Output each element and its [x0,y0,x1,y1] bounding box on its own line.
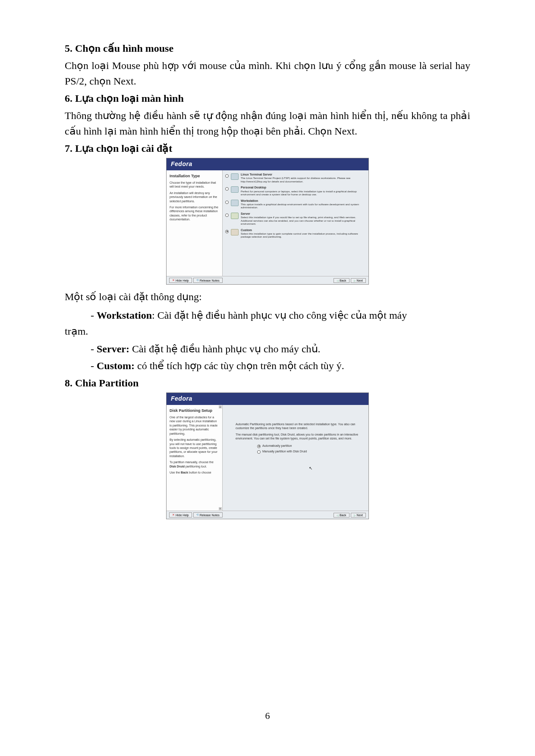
option-personal-desktop[interactable]: Personal DesktopPerfect for personal com… [225,186,365,196]
installer-main-panel: Automatic Partitioning sets partitions b… [223,405,368,511]
cursor-icon: ↖ [309,465,312,471]
page-number: 6 [0,710,535,721]
bullet-server: - Server: Cài đặt hệ điều hành phục vụ c… [91,341,470,357]
help-title: Disk Partitioning Setup [170,408,219,413]
hide-help-button[interactable]: ✕Hide Help [169,512,192,518]
para-7-after: Một số loại cài đặt thông dụng: [65,289,470,304]
desktop-icon [231,186,239,193]
terminal-icon [231,173,239,180]
option-title: Workstation [241,199,365,203]
help-p3: For more information concerning the diff… [170,205,219,222]
release-notes-button[interactable]: ⟲Release Notes [193,278,223,283]
disk-p1: Automatic Partitioning sets partitions b… [236,422,360,430]
option-title: Custom [241,229,365,232]
radio-icon[interactable] [225,174,229,178]
installer-options-panel: Linux Terminal ServerThe Linux Terminal … [223,170,368,276]
option-server[interactable]: ServerSelect this installation type if y… [225,212,365,226]
option-desc: Select this installation type to gain co… [241,232,358,238]
installer-help-panel: ▴ Disk Partitioning Setup One of the lar… [167,405,223,511]
workstation-icon [231,200,239,206]
fedora-brand: Fedora [167,158,368,170]
heading-6: 6. Lựa chọn loại màn hình [65,92,470,104]
option-title: Linux Terminal Server [241,173,365,176]
help-p4: Use the Back button to choose [170,471,219,474]
help-p1: Choose the type of installation that wil… [170,181,219,189]
radio-auto-partition[interactable]: Automatically partition [257,443,360,448]
installer-footer: ✕Hide Help ⟲Release Notes ◁Back ▷Next [167,276,368,284]
radio-label: Automatically partition [262,444,292,448]
help-p2: By selecting automatic partitioning, you… [170,438,219,458]
radio-icon[interactable] [257,445,261,448]
fedora-brand: Fedora [167,393,368,405]
radio-manual-partition[interactable]: Manually partition with Disk Druid [257,449,360,454]
para-6: Thông thường hệ điều hành sẽ tự động nhậ… [65,108,470,139]
help-title: Installation Type [170,174,219,179]
scroll-up-icon[interactable]: ▴ [219,405,222,408]
bullet-workstation: - Workstation: Cài đặt hệ điều hành phục… [91,307,470,323]
heading-7: 7. Lựa chọn loại cài đặt [65,142,470,154]
para-5: Chọn loại Mouse phù hợp với mouse của mì… [65,58,470,89]
radio-icon[interactable] [225,230,229,233]
disk-p2: The manual disk partitioning tool, Disk … [236,433,360,440]
option-desc: Perfect for personal computers or laptop… [241,190,357,196]
option-custom[interactable]: CustomSelect this installation type to g… [225,229,365,238]
installer-help-panel: Installation Type Choose the type of ins… [167,170,223,276]
heading-8: 8. Chia Partition [65,377,470,389]
option-workstation[interactable]: WorkstationThis option installs a graphi… [225,199,365,209]
help-p1: One of the largest obstacles for a new u… [170,415,219,436]
radio-icon[interactable] [225,187,229,191]
option-title: Server [241,212,365,216]
custom-icon [231,229,239,235]
installer-screenshot-disk-partitioning: Fedora ▴ Disk Partitioning Setup One of … [166,392,369,519]
heading-5: 5. Chọn cấu hình mouse [65,42,470,54]
option-title: Personal Desktop [241,186,365,189]
release-notes-button[interactable]: ⟲Release Notes [193,512,223,518]
back-button[interactable]: ◁Back [334,513,349,518]
next-button[interactable]: ▷Next [351,278,366,283]
help-p3: To partition manually, choose the Disk D… [170,460,219,468]
scroll-down-icon[interactable]: ▾ [219,507,222,510]
back-button[interactable]: ◁Back [334,278,349,283]
option-linux-terminal-server[interactable]: Linux Terminal ServerThe Linux Terminal … [225,173,365,183]
bullet-workstation-tail: trạm. [65,323,470,339]
installer-screenshot-installation-type: Fedora Installation Type Choose the type… [166,158,369,285]
bullet-custom: - Custom: có thể tích hợp các tùy chọn t… [91,358,470,374]
option-desc: Select this installation type if you wou… [241,216,356,225]
option-desc: This option installs a graphical desktop… [241,203,359,209]
radio-icon[interactable] [225,201,229,204]
radio-label: Manually partition with Disk Druid [262,449,307,453]
radio-icon[interactable] [225,213,229,217]
hide-help-button[interactable]: ✕Hide Help [169,278,192,283]
server-icon [231,213,239,219]
help-p2: An installation will destroy any previou… [170,191,219,203]
next-button[interactable]: ▷Next [351,513,366,518]
radio-icon[interactable] [257,450,261,454]
option-desc: The Linux Terminal Server Project (LTSP)… [241,176,350,182]
installer-footer: ✕Hide Help ⟲Release Notes ◁Back ▷Next [167,511,368,519]
